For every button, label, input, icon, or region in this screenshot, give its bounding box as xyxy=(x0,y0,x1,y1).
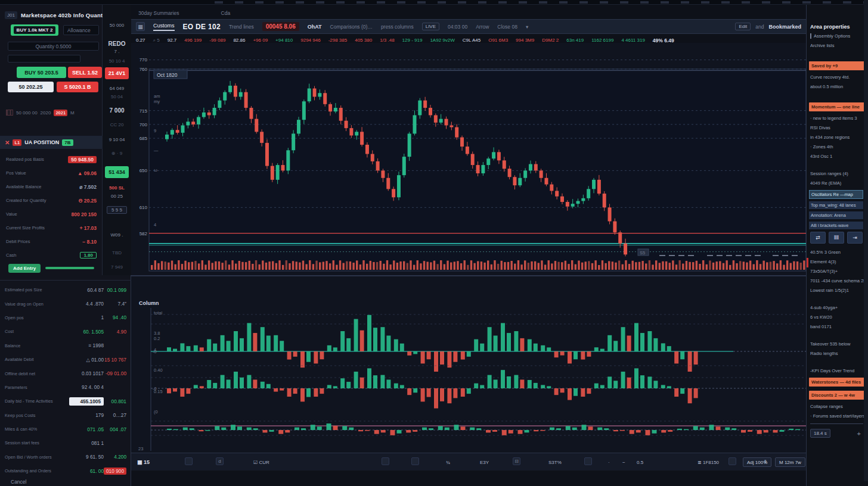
panel-item[interactable]: Collapse ranges xyxy=(810,404,868,409)
symbol-label[interactable]: EO DE 102 xyxy=(183,23,221,31)
panel-item[interactable]: · Zones 4th xyxy=(810,144,868,149)
ladder-value[interactable]: W09 . xyxy=(103,232,131,238)
ladder-value[interactable]: 00 25 xyxy=(103,194,131,199)
panel-item[interactable]: Waterstones — 4d files xyxy=(809,378,864,387)
price-columns-button[interactable]: press columns xyxy=(381,24,414,30)
ladder-value[interactable]: REDO xyxy=(103,40,131,47)
chart-button[interactable]: OhAT xyxy=(308,24,322,30)
cancel-label[interactable]: Cancel xyxy=(11,479,26,485)
tab-customs[interactable]: Customs xyxy=(153,23,175,31)
edit-button[interactable]: Edit xyxy=(735,23,751,30)
price-change-label[interactable]: 00045 8.06 xyxy=(262,22,299,31)
panel-item[interactable]: Top ma_wing: 48 lanes xyxy=(809,201,863,209)
sell-button[interactable]: SELL 1.52 xyxy=(68,67,102,78)
scrollbar[interactable] xyxy=(864,0,868,481)
mid-price-button[interactable]: 50 202.25 xyxy=(8,82,54,92)
close-select[interactable]: Close 08 xyxy=(497,24,517,30)
calendar-icon[interactable]: ▦ 15 xyxy=(137,457,150,467)
ladder-value[interactable]: CC 20 xyxy=(103,122,131,127)
swap-icon[interactable]: ⇄ xyxy=(810,232,826,244)
panel-item[interactable]: Radio lengths xyxy=(810,351,868,356)
panel-item[interactable]: Session ranges (4) xyxy=(810,171,868,176)
panel-item[interactable]: · new to legend items 3 xyxy=(810,116,868,121)
ladder-value[interactable]: TBD xyxy=(103,250,131,256)
panel-item[interactable]: 4-sub 40yga+ xyxy=(810,305,868,310)
panel-item[interactable]: AB i brackets-wave xyxy=(809,222,863,229)
stats-mid-value[interactable]: 455.1005 xyxy=(69,397,104,406)
add-entry-button[interactable]: Add Entry xyxy=(8,264,41,273)
tool-square[interactable] xyxy=(411,457,419,465)
ladder-value[interactable]: 9 10 04 xyxy=(103,137,131,142)
panel-item[interactable]: Element 4(3) xyxy=(810,259,868,264)
tool-square[interactable] xyxy=(382,457,389,465)
comparisons-button[interactable]: Comparisons (0)… xyxy=(330,24,373,30)
minus-box-icon[interactable]: ⊟ xyxy=(513,457,520,465)
panel-item[interactable]: -KPI Days Over Trend xyxy=(810,368,868,373)
ladder-value[interactable]: 64 049 xyxy=(103,86,131,91)
dot-button[interactable]: · xyxy=(608,457,610,467)
panel-item[interactable]: RSI Divas xyxy=(810,125,868,130)
panel-item[interactable]: Takeover 535 below xyxy=(810,341,868,347)
tab-summaries[interactable]: 30day Summaries xyxy=(138,10,179,16)
bookmarked-button[interactable]: Bookmarked xyxy=(768,24,801,30)
ladder-buy-button[interactable]: 51 434 xyxy=(105,166,129,178)
ladder-value[interactable]: 50 10 4 xyxy=(103,58,131,64)
panel-item[interactable]: band 0171 xyxy=(810,324,868,329)
panel-item[interactable]: 7011 -434 curve schema 2H5 xyxy=(810,278,868,284)
trend-lines-button[interactable]: Trend lines xyxy=(229,24,254,30)
panel-item[interactable]: Saved by +9 xyxy=(809,61,864,70)
arrow-button[interactable]: Arrow xyxy=(476,24,489,30)
ladder-value[interactable]: ⊕ · 9 xyxy=(103,151,131,156)
panel-item[interactable]: 40.5% 3 Green xyxy=(810,250,868,255)
ladder-value[interactable]: 50 04 xyxy=(103,94,131,99)
panel-item[interactable]: about 0.5 million xyxy=(810,84,868,89)
percent-set-button[interactable]: S3T% xyxy=(548,457,562,467)
price-input[interactable] xyxy=(8,55,80,63)
panel-item[interactable]: · Forums saved start/layers xyxy=(810,413,868,419)
panel-item[interactable]: Curve recovery 4td. xyxy=(810,74,868,80)
live-chip[interactable]: LIVE xyxy=(422,23,439,30)
skip-end-icon[interactable]: ⇥ xyxy=(847,232,863,244)
add-icon[interactable]: + xyxy=(857,430,861,437)
chevron-down-icon[interactable]: ▾ xyxy=(526,24,528,30)
ladder-value[interactable]: 7 949 xyxy=(103,264,131,270)
tab-cda[interactable]: Cda xyxy=(221,10,231,16)
session-label[interactable]: ≣ 1F8150 xyxy=(698,457,719,467)
step-label[interactable]: 0.5 xyxy=(637,457,643,467)
panel-footer-chip[interactable]: 18.4 s xyxy=(810,429,830,438)
panel-item[interactable]: Archive lists xyxy=(810,43,868,48)
panel-item[interactable]: 4049 Re (EMA) xyxy=(810,180,868,186)
grid-icon[interactable]: ▦ xyxy=(136,22,145,31)
timeframe-button[interactable]: M 12m 7w xyxy=(775,457,805,467)
panel-item[interactable]: Lowest rain 1/5(2)1 xyxy=(810,288,868,293)
buy-button[interactable]: BUY 50 203.5 xyxy=(17,67,66,78)
tool-square[interactable] xyxy=(584,457,592,465)
panel-item[interactable]: Assembly Options xyxy=(810,33,868,39)
panel-item[interactable]: 43rd Osc 1 xyxy=(810,154,868,159)
indicator-charts-svg[interactable]: total3.80.2-040.40-00.15(023 xyxy=(131,276,806,454)
divider-glyph[interactable]: ⦀ xyxy=(764,457,767,467)
cancel-all-button[interactable]: S 5020.1 B xyxy=(57,82,98,92)
ladder-value[interactable]: 500 SL xyxy=(103,185,131,191)
panel-item[interactable]: in 434 zone regions xyxy=(810,135,868,140)
tool-square[interactable] xyxy=(185,457,193,465)
ladder-value[interactable]: 7 000 xyxy=(103,107,131,114)
minus-button[interactable]: − xyxy=(622,457,625,467)
panel-item[interactable]: Annotation: Arena xyxy=(809,211,863,219)
panel-item[interactable]: 6 vs KW20 xyxy=(810,314,868,320)
panel-item[interactable]: Momentum — one line xyxy=(809,102,864,111)
equalizer-icon[interactable]: ⦀⦀ xyxy=(829,232,844,244)
clock-label[interactable]: 04:03 00 xyxy=(448,24,467,30)
range-e3y-button[interactable]: E3Y xyxy=(480,457,489,467)
ladder-value[interactable]: 50 000 xyxy=(103,23,131,28)
ladder-sell-button[interactable]: 21 4V1 xyxy=(105,67,129,79)
panel-item[interactable]: 73x50A/T(3)+ xyxy=(810,269,868,274)
ladder-value[interactable]: 7 . xyxy=(103,49,131,54)
panel-item[interactable]: Discounts 2 — w 4w xyxy=(809,391,864,400)
doc-icon[interactable]: d xyxy=(216,457,224,465)
and-label[interactable]: and xyxy=(755,24,764,30)
main-chart-svg[interactable]: 770760715700685650610582Oct 1820ammy9—ω4… xyxy=(131,43,806,280)
allowance-input[interactable]: Allowance xyxy=(63,25,99,35)
quantity-input[interactable]: Quantity 0.5000 xyxy=(8,42,99,51)
adjust-button[interactable]: Adj 100% xyxy=(743,457,771,467)
